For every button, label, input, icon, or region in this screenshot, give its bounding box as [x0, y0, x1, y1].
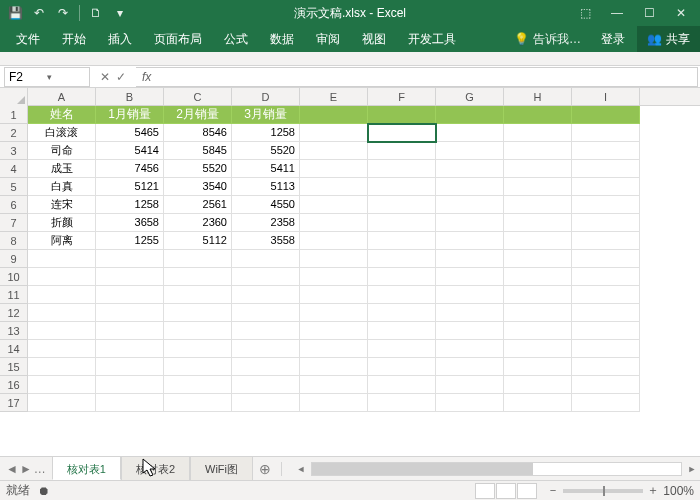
cell[interactable] [436, 214, 504, 232]
row-header[interactable]: 14 [0, 340, 28, 358]
cell[interactable] [300, 268, 368, 286]
cell[interactable]: 7456 [96, 160, 164, 178]
row-header[interactable]: 3 [0, 142, 28, 160]
cell[interactable] [504, 394, 572, 412]
cell[interactable] [368, 232, 436, 250]
cell[interactable] [436, 358, 504, 376]
cell[interactable]: 阿离 [28, 232, 96, 250]
cell[interactable] [572, 160, 640, 178]
cell[interactable] [300, 340, 368, 358]
row-header[interactable]: 13 [0, 322, 28, 340]
cell[interactable] [28, 304, 96, 322]
cell[interactable]: 3月销量 [232, 106, 300, 124]
macro-rec-icon[interactable]: ⏺ [38, 484, 50, 498]
cell[interactable] [572, 124, 640, 142]
cell[interactable] [436, 124, 504, 142]
cell[interactable] [96, 358, 164, 376]
scroll-thumb[interactable] [312, 463, 533, 475]
name-box[interactable]: F2 ▾ [4, 67, 90, 87]
cell[interactable]: 成玉 [28, 160, 96, 178]
row-header[interactable]: 8 [0, 232, 28, 250]
row-header[interactable]: 2 [0, 124, 28, 142]
cell[interactable] [232, 286, 300, 304]
col-header-D[interactable]: D [232, 88, 300, 106]
cancel-icon[interactable]: ✕ [100, 70, 110, 84]
cell[interactable]: 5465 [96, 124, 164, 142]
view-pagelayout-button[interactable] [496, 483, 516, 499]
cell[interactable] [436, 160, 504, 178]
cell[interactable]: 3658 [96, 214, 164, 232]
row-header[interactable]: 17 [0, 394, 28, 412]
close-button[interactable]: ✕ [666, 2, 696, 24]
minimize-button[interactable]: — [602, 2, 632, 24]
cell[interactable] [368, 214, 436, 232]
cell[interactable] [572, 394, 640, 412]
signin-button[interactable]: 登录 [591, 31, 635, 48]
cell[interactable]: 司命 [28, 142, 96, 160]
cell[interactable] [300, 142, 368, 160]
cell[interactable] [28, 322, 96, 340]
cell[interactable] [436, 250, 504, 268]
cell[interactable] [436, 142, 504, 160]
zoom-control[interactable]: － ＋ 100% [547, 482, 694, 499]
cell[interactable]: 3558 [232, 232, 300, 250]
cell[interactable] [436, 376, 504, 394]
cell[interactable] [96, 340, 164, 358]
save-button[interactable]: 💾 [4, 2, 26, 24]
cell[interactable] [300, 160, 368, 178]
view-pagebreak-button[interactable] [517, 483, 537, 499]
cell[interactable] [572, 268, 640, 286]
cell[interactable] [232, 250, 300, 268]
cell[interactable] [504, 250, 572, 268]
cell[interactable]: 5411 [232, 160, 300, 178]
cell[interactable] [28, 358, 96, 376]
chevron-down-icon[interactable]: ▾ [47, 72, 85, 82]
cell[interactable]: 5520 [164, 160, 232, 178]
tell-me[interactable]: 💡 告诉我… [506, 31, 589, 48]
select-all[interactable] [0, 88, 28, 106]
zoom-value[interactable]: 100% [663, 484, 694, 498]
col-header-I[interactable]: I [572, 88, 640, 106]
cell[interactable] [164, 358, 232, 376]
cell[interactable]: 2561 [164, 196, 232, 214]
cell[interactable] [232, 376, 300, 394]
row-header[interactable]: 11 [0, 286, 28, 304]
cell[interactable] [504, 232, 572, 250]
cell[interactable] [232, 340, 300, 358]
cell[interactable] [368, 196, 436, 214]
scroll-track[interactable] [311, 462, 682, 476]
cell[interactable]: 连宋 [28, 196, 96, 214]
col-header-F[interactable]: F [368, 88, 436, 106]
cell[interactable] [504, 286, 572, 304]
cell[interactable] [232, 394, 300, 412]
cell[interactable] [572, 304, 640, 322]
cell[interactable]: 姓名 [28, 106, 96, 124]
cell[interactable] [96, 286, 164, 304]
cell[interactable] [572, 358, 640, 376]
tab-review[interactable]: 审阅 [306, 26, 350, 52]
sheet-tab[interactable]: 核对表1 [52, 456, 121, 480]
cell[interactable] [436, 178, 504, 196]
cell[interactable] [504, 142, 572, 160]
cell[interactable] [164, 304, 232, 322]
h-scrollbar[interactable]: ◄ ► [293, 461, 700, 477]
row-header[interactable]: 10 [0, 268, 28, 286]
cell[interactable] [504, 304, 572, 322]
cell[interactable] [436, 340, 504, 358]
cell[interactable] [368, 106, 436, 124]
cell[interactable] [368, 286, 436, 304]
cell[interactable] [368, 376, 436, 394]
worksheet[interactable]: ABCDEFGHI 1姓名1月销量2月销量3月销量2白滚滚54658546125… [0, 88, 700, 456]
cell[interactable] [504, 106, 572, 124]
row-header[interactable]: 9 [0, 250, 28, 268]
redo-button[interactable]: ↷ [52, 2, 74, 24]
cell[interactable] [300, 124, 368, 142]
ribbon-options-button[interactable]: ⬚ [570, 2, 600, 24]
cell[interactable] [368, 250, 436, 268]
row-header[interactable]: 15 [0, 358, 28, 376]
cell[interactable]: 白滚滚 [28, 124, 96, 142]
cell[interactable] [300, 322, 368, 340]
cell[interactable] [28, 340, 96, 358]
cell[interactable] [504, 358, 572, 376]
scroll-right-icon[interactable]: ► [684, 464, 700, 474]
